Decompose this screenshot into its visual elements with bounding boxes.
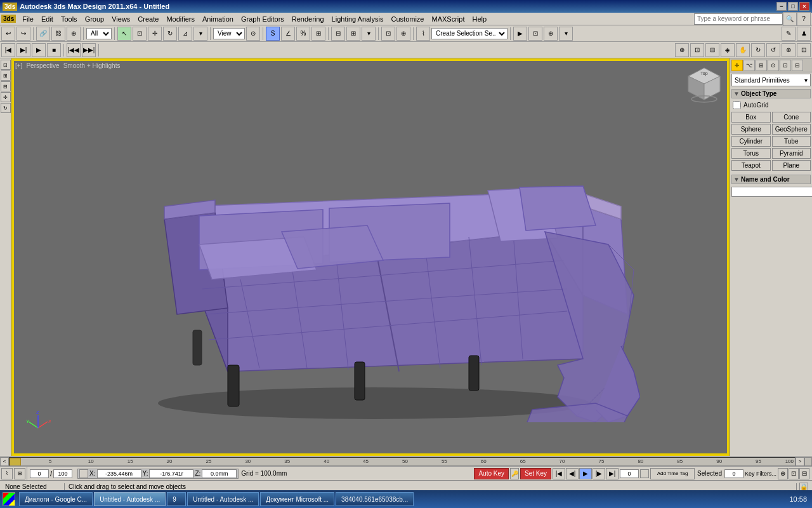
redo-button[interactable]: ↪ — [16, 27, 30, 41]
vp-nav-1[interactable]: ⊕ — [778, 468, 788, 479]
menu-file[interactable]: File — [18, 14, 37, 24]
timeline-track[interactable]: 0 5 10 15 20 25 30 35 40 45 50 55 60 65 … — [9, 457, 796, 466]
key-mode-toggle[interactable]: 🔑 — [510, 468, 519, 479]
object-paint-button[interactable]: ✎ — [782, 27, 796, 41]
stop-button[interactable]: ■ — [47, 43, 61, 57]
scene-explorer-button[interactable]: ⊕ — [396, 27, 410, 41]
teapot-button[interactable]: Teapot — [731, 160, 771, 171]
menu-rendering[interactable]: Rendering — [288, 14, 328, 24]
prev-key-btn[interactable]: ◀| — [566, 468, 579, 479]
modify-panel-icon[interactable]: ⌥ — [743, 60, 755, 71]
y-input[interactable] — [149, 469, 193, 478]
section-collapse-icon[interactable]: ▼ — [733, 90, 740, 97]
move-button[interactable]: ✛ — [148, 27, 162, 41]
torus-button[interactable]: Torus — [731, 148, 771, 159]
maximize-viewport-button[interactable]: ⊡ — [797, 43, 811, 57]
undo-button[interactable]: ↩ — [1, 27, 15, 41]
taskbar-hash[interactable]: 384040.561e65038cb... — [336, 492, 414, 506]
maximize-button[interactable]: □ — [788, 2, 798, 11]
pan-button[interactable]: ✋ — [736, 43, 750, 57]
menu-maxscript[interactable]: MAXScript — [428, 14, 469, 24]
create-panel-icon[interactable]: ✛ — [731, 60, 743, 71]
selection-set-dropdown[interactable]: Create Selection Se... — [431, 28, 508, 39]
next-key-button[interactable]: ▶| — [16, 43, 30, 57]
vp-nav-3[interactable]: ⊟ — [799, 468, 809, 479]
menu-graph-editors[interactable]: Graph Editors — [237, 14, 288, 24]
rotate-button[interactable]: ↻ — [163, 27, 177, 41]
utilities-panel-icon[interactable]: ⊟ — [792, 60, 803, 71]
left-tool-4[interactable]: ✛ — [1, 92, 11, 102]
taskbar-autodesk1[interactable]: Untitled - Autodesk ... — [94, 492, 166, 506]
add-time-tag-btn[interactable]: Add Time Tag — [650, 468, 695, 479]
populate-button[interactable]: ♟ — [797, 27, 811, 41]
viewport[interactable]: [+] Perspective Smooth + Highlights Top — [11, 58, 730, 456]
menu-lighting-analysis[interactable]: Lighting Analysis — [328, 14, 388, 24]
x-input[interactable] — [97, 469, 141, 478]
current-frame-input[interactable] — [620, 469, 639, 478]
field-of-view-button[interactable]: ◈ — [721, 43, 735, 57]
set-key-button[interactable]: Set Key — [520, 468, 551, 479]
menu-help[interactable]: Help — [468, 14, 490, 24]
layer-manager-button[interactable]: ⊡ — [381, 27, 395, 41]
coord-lock-icon[interactable] — [79, 469, 88, 478]
use-pivot-center[interactable]: ⊙ — [246, 27, 260, 41]
cone-button[interactable]: Cone — [772, 112, 811, 123]
menu-tools[interactable]: Tools — [57, 14, 81, 24]
align-dropdown-button[interactable]: ▾ — [362, 27, 376, 41]
prev-key-button[interactable]: |◀ — [1, 43, 15, 57]
menu-views[interactable]: Views — [108, 14, 134, 24]
orbit-selected-button[interactable]: ↺ — [766, 43, 780, 57]
scale-button[interactable]: ⊿ — [178, 27, 192, 41]
auto-key-button[interactable]: Auto Key — [474, 468, 509, 479]
frame-input-right[interactable] — [724, 469, 743, 478]
close-button[interactable]: × — [799, 2, 809, 11]
windows-logo[interactable] — [3, 492, 15, 506]
sphere-button[interactable]: Sphere — [731, 124, 771, 135]
taskbar-item9[interactable]: 9 — [167, 492, 186, 506]
bind-to-spacewarp-button[interactable]: ⊕ — [67, 27, 81, 41]
render-frame-button[interactable]: ⊡ — [528, 27, 542, 41]
search-button[interactable]: 🔍 — [783, 12, 797, 26]
go-to-end-button[interactable]: ▶▶| — [82, 43, 96, 57]
select-object-button[interactable]: ↖ — [117, 27, 131, 41]
object-name-input[interactable] — [731, 187, 812, 197]
left-tool-2[interactable]: ⊞ — [1, 70, 11, 81]
next-key-btn[interactable]: |▶ — [593, 468, 605, 479]
play-button[interactable]: ▶ — [32, 43, 46, 57]
select-link-button[interactable]: 🔗 — [36, 27, 50, 41]
search-input[interactable] — [694, 13, 783, 25]
display-panel-icon[interactable]: ⊡ — [780, 60, 791, 71]
time-config-icon[interactable] — [640, 469, 649, 478]
left-tool-1[interactable]: ⊡ — [1, 60, 11, 70]
timeline-scrollbar[interactable] — [804, 457, 812, 466]
go-start-button[interactable]: |◀ — [553, 468, 565, 479]
taskbar-word[interactable]: Документ Microsoft ... — [260, 492, 334, 506]
minimize-button[interactable]: − — [776, 2, 787, 11]
tube-button[interactable]: Tube — [772, 136, 811, 147]
scale-type-button[interactable]: ▾ — [193, 27, 207, 41]
left-tool-3[interactable]: ⊟ — [1, 81, 11, 91]
pyramid-button[interactable]: Pyramid — [772, 148, 811, 159]
open-mini-curve-icon[interactable]: ⌇ — [1, 468, 13, 479]
playhead[interactable] — [10, 458, 21, 466]
render-scene-button[interactable]: ▶ — [513, 27, 527, 41]
taskbar-autodesk2[interactable]: Untitled - Autodesk ... — [187, 492, 259, 506]
go-to-start-button[interactable]: |◀◀ — [67, 43, 81, 57]
vp-nav-2[interactable]: ⊡ — [789, 468, 799, 479]
select-region-button[interactable]: ⊡ — [133, 27, 147, 41]
reference-coord[interactable]: View — [213, 28, 245, 39]
left-tool-5[interactable]: ↻ — [1, 103, 11, 113]
orbit-sub-button[interactable]: ⊕ — [782, 43, 796, 57]
menu-customize[interactable]: Customize — [388, 14, 428, 24]
frame-end-input[interactable] — [53, 469, 72, 478]
plane-button[interactable]: Plane — [772, 160, 811, 171]
orbit-button[interactable]: ↻ — [751, 43, 765, 57]
motion-panel-icon[interactable]: ⊙ — [768, 60, 779, 71]
zoom-region-button[interactable]: ⊟ — [705, 43, 719, 57]
curve-editor-button[interactable]: ⌇ — [416, 27, 430, 41]
activeshade-button[interactable]: ⊕ — [544, 27, 558, 41]
snap-3d-button[interactable]: S — [266, 27, 280, 41]
cylinder-button[interactable]: Cylinder — [731, 136, 771, 147]
open-mini-sheet-icon[interactable]: ⊞ — [14, 468, 25, 479]
frame-start-input[interactable] — [30, 469, 49, 478]
